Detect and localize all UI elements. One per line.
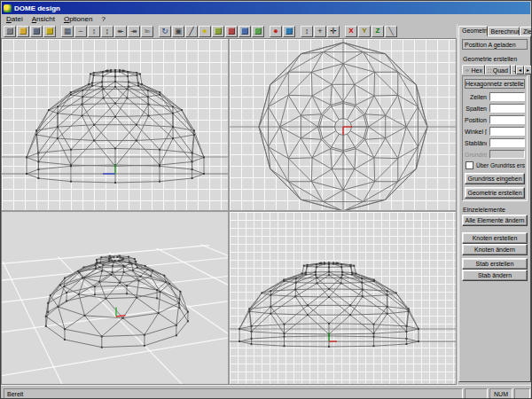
position-input[interactable] (489, 115, 525, 124)
sidebar: Geometrie Berechnung Ziel Position A gel… (457, 24, 532, 385)
grundriss-checkbox-label: Über Grundriss erstellen (476, 162, 525, 168)
fit-vertical-icon[interactable]: ↕ (301, 26, 313, 37)
save-icon[interactable] (30, 26, 43, 37)
hexagon-icon: ☼ (465, 67, 470, 73)
stab-erstellen-button[interactable]: Stab erstellen (462, 258, 528, 270)
status-scrl-panel (514, 388, 530, 399)
viewport-area (1, 38, 457, 385)
panel-title: Hexagonnetz erstellen (465, 79, 525, 89)
dim-horizontal-icon[interactable]: − (74, 26, 87, 37)
menu-datei[interactable]: Datei (2, 15, 27, 23)
section-title: Geometrie erstellen (463, 56, 528, 62)
knoten-erstellen-button[interactable]: Knoten erstellen (462, 232, 528, 244)
mesh-type-tabs: ☼ Hex ∷ Quad – ◄ ► (462, 64, 528, 74)
node-icon[interactable]: ● (199, 26, 211, 37)
person-icon[interactable] (212, 26, 224, 37)
vehicle-icon[interactable] (239, 26, 251, 37)
form-row: Stablänge (465, 138, 525, 147)
import-icon[interactable] (43, 26, 56, 37)
floor-grid (2, 245, 228, 384)
geometrie-erstellen-button[interactable]: Geometrie erstellen (465, 187, 525, 199)
checkbox-row: Über Grundriss erstellen (466, 161, 525, 169)
stablaenge-label: Stablänge (465, 140, 487, 146)
window-title: DOME design (14, 4, 60, 12)
knoten-aendern-button[interactable]: Knoten ändern (462, 244, 528, 255)
front-view-canvas (2, 39, 228, 210)
scroll-right-button[interactable]: ► (524, 66, 532, 74)
dim-vertical-icon[interactable]: ↕ (88, 26, 100, 37)
form-row: Position x,y (465, 115, 525, 124)
viewport-top[interactable] (230, 39, 456, 210)
grid-icon: ∷ (488, 67, 491, 74)
center-view-icon[interactable]: + (314, 26, 326, 37)
vehicle-alt-icon[interactable] (252, 26, 264, 37)
zoom-window-icon[interactable]: ▦ (61, 26, 74, 37)
geometrie-tab-page: Position A geladen Geometrie erstellen ☼… (458, 35, 531, 382)
section2-title: Einzelelemente (463, 207, 528, 213)
menu-ansicht[interactable]: Ansicht (27, 15, 59, 23)
hex-mesh-panel: Hexagonnetz erstellen Zeilen Spalten Pos… (462, 75, 528, 201)
perspective-view-canvas (2, 212, 228, 384)
arrow-right-icon[interactable]: ↠ (128, 26, 140, 37)
pan-icon[interactable]: ✛ (327, 26, 340, 37)
tab-geometrie[interactable]: Geometrie (458, 26, 488, 36)
form-row: Zeilen (465, 92, 525, 101)
app-window: DOME design DateiAnsichtOptionen? ▦−↕↨↞↠… (0, 0, 532, 399)
menu-optionen[interactable]: Optionen (59, 15, 97, 23)
tab-hex-label: Hex (472, 67, 482, 74)
snap-point-icon[interactable]: ▣ (172, 26, 184, 37)
dim-height-icon[interactable]: ↨ (101, 26, 113, 37)
toolbar: ▦−↕↨↞↠lin↻▣╱●●↕+✛XYZ╲ (1, 24, 457, 38)
viewport-front[interactable] (2, 39, 228, 210)
axis-x-button[interactable]: X (345, 26, 357, 37)
rotate-view-icon[interactable]: ↻ (159, 26, 171, 37)
erase-icon[interactable]: ╲ (385, 26, 397, 37)
form-row-disabled: Grundriss (465, 150, 525, 159)
spalten-input[interactable] (489, 104, 525, 113)
spalten-label: Spalten (466, 106, 487, 112)
material-icon[interactable] (283, 26, 295, 37)
viewport-perspective[interactable] (2, 212, 228, 384)
app-icon[interactable] (4, 4, 12, 12)
status-field: Position A geladen (462, 39, 528, 50)
form-row: Winkel [°] (465, 127, 525, 136)
stab-aendern-button[interactable]: Stab ändern (462, 270, 528, 281)
arrow-left-icon[interactable]: ↞ (114, 26, 127, 37)
position-label: Position x,y (465, 117, 487, 123)
menu-bar: DateiAnsichtOptionen? (2, 14, 530, 24)
units-icon[interactable]: lin (141, 26, 153, 37)
grundriss-checkbox[interactable] (466, 161, 473, 169)
draw-line-icon[interactable]: ╱ (185, 26, 198, 37)
elevation-view-canvas (230, 212, 456, 384)
axis-z-button[interactable]: Z (372, 26, 384, 37)
title-bar: DOME design (2, 2, 530, 14)
top-view-canvas (230, 39, 456, 210)
stablaenge-input[interactable] (489, 138, 525, 147)
zeilen-input[interactable] (489, 92, 525, 101)
render-icon[interactable]: ● (270, 26, 282, 37)
sidebar-tabs: Geometrie Berechnung Ziel (458, 24, 532, 36)
winkel-label: Winkel [°] (465, 129, 487, 135)
tab-quad-label: Quad (493, 67, 508, 74)
winkel-input[interactable] (489, 127, 525, 136)
viewport-elevation[interactable] (230, 212, 456, 384)
status-cap-panel (465, 388, 488, 399)
status-bar: Bereit NUM (1, 385, 532, 399)
grundriss-input (489, 150, 525, 159)
menu-help[interactable]: ? (97, 15, 109, 23)
status-message: Bereit (4, 388, 463, 399)
grundriss-eingeben-button[interactable]: Grundriss eingeben (465, 173, 525, 184)
tab-quad[interactable]: ∷ Quad (485, 65, 511, 74)
tab-hex[interactable]: ☼ Hex (462, 65, 485, 74)
tab-scroller: ◄ ► (516, 66, 532, 74)
grundriss-label: Grundriss (465, 152, 487, 158)
zeilen-label: Zeilen (470, 94, 487, 100)
open-icon[interactable] (17, 26, 29, 37)
form-row: Spalten (465, 104, 525, 113)
alle-elemente-aendern-button[interactable]: Alle Elemente ändern (462, 215, 528, 226)
scroll-left-button[interactable]: ◄ (516, 66, 524, 74)
person-load-icon[interactable] (225, 26, 238, 37)
status-num-panel: NUM (489, 388, 512, 399)
axis-y-button[interactable]: Y (358, 26, 371, 37)
print-icon[interactable] (4, 26, 16, 37)
